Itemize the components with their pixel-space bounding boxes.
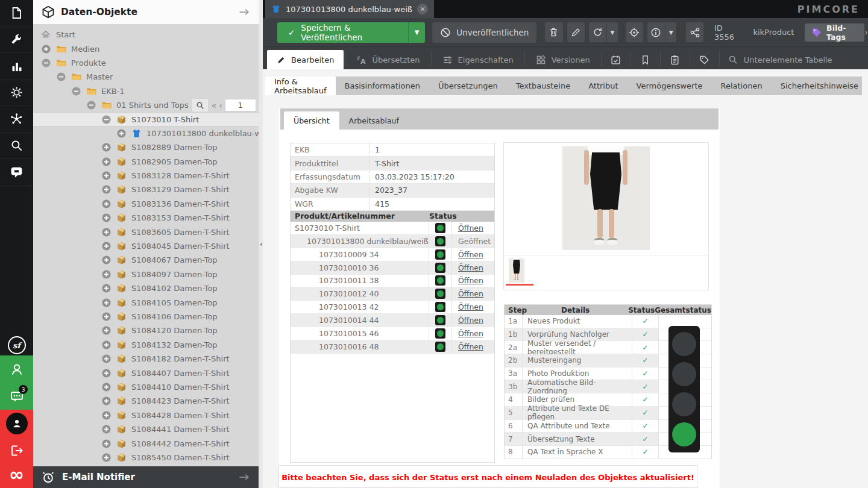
toolbar-overflow-chevron[interactable]: › [864,27,868,38]
content-tab[interactable]: Info & Arbeitsablauf [265,77,336,95]
expand-plus-icon[interactable] [101,382,112,392]
open-article-link[interactable]: Öffnen [458,224,483,233]
locate-in-tree-button[interactable] [626,22,643,42]
expand-plus-icon[interactable] [101,269,112,280]
sidebar-pimcore-bubble-button[interactable] [0,159,33,186]
expand-plus-icon[interactable] [101,213,112,223]
tree-item[interactable]: S1084102 Damen-Top [33,281,259,295]
open-article-link[interactable]: Öffnen [458,250,483,259]
expand-plus-icon[interactable] [101,255,112,265]
close-tab-icon[interactable]: ✕ [417,4,428,14]
expand-plus-icon[interactable] [101,354,112,364]
rename-button[interactable] [567,22,585,42]
expand-plus-icon[interactable] [101,325,112,336]
notes-button[interactable] [662,50,688,69]
tree-item[interactable]: 107301013800 dunkelblau-weiß [33,127,259,140]
tree-item[interactable]: S1084132 Damen-Top [33,338,259,352]
document-tab[interactable]: 107301013800 dunkelblau-weiß ✕ [265,0,434,18]
tree-item[interactable]: S1084428 Damen-T-Shirt [33,408,259,422]
open-article-link[interactable]: Öffnen [458,316,483,325]
subtab-uebersicht[interactable]: Übersicht [284,111,339,130]
tree-item[interactable]: S1084105 Damen-Top [33,295,259,309]
save-publish-button[interactable]: ✓ Speichern & Veröffentlichen [277,22,408,43]
pager-first-icon[interactable]: « [212,101,216,110]
save-options-dropdown[interactable]: ▼ [408,22,425,43]
collapse-minus-icon[interactable] [101,114,112,125]
image-tags-button[interactable]: Bild-Tags [805,23,864,42]
open-article-link[interactable]: Öffnen [458,276,483,285]
expand-plus-icon[interactable] [101,424,112,434]
expand-plus-icon[interactable] [101,227,112,237]
tree-item[interactable]: S1083153 Damen-T-Shirt [33,211,259,225]
messages-button[interactable]: 3 [0,383,33,410]
tree-item[interactable]: S1084097 Damen-Top [33,267,259,281]
sidebar-network-button[interactable] [0,106,33,133]
tab-eigenschaften[interactable]: Eigenschaften [433,50,523,69]
tree-item[interactable]: S1084106 Damen-Top [33,310,259,324]
product-photo-thumbnail[interactable] [509,258,524,283]
tab-bearbeiten[interactable]: Bearbeiten [267,50,344,69]
open-article-link[interactable]: Öffnen [458,329,483,338]
expand-plus-icon[interactable] [101,410,112,421]
tree-item[interactable]: EKB-1 [33,84,259,98]
account-button[interactable] [0,410,33,437]
tree-item[interactable]: S1082889 Damen-Top [33,140,259,154]
expand-plus-icon[interactable] [101,396,112,406]
expand-plus-icon[interactable] [101,170,112,181]
info-dropdown[interactable]: ▼ [665,22,676,42]
sidebar-gear-button[interactable] [0,80,33,106]
expand-plus-icon[interactable] [101,199,112,209]
subtab-arbeitsablauf[interactable]: Arbeitsablauf [339,111,409,130]
tags-button[interactable] [691,50,718,69]
content-tab[interactable]: Attribut [579,77,627,95]
share-button[interactable] [686,22,703,42]
tab-übersetzten[interactable]: x̄AÜbersetzten [347,50,429,69]
tree-item[interactable]: S1084423 Damen-T-Shirt [33,394,259,408]
collapse-minus-icon[interactable] [86,100,96,110]
open-article-link[interactable]: Öffnen [458,342,483,351]
content-tab[interactable]: Textbausteine [507,77,579,95]
tree-item[interactable]: Medien [33,42,259,55]
schedule-button[interactable] [603,50,629,69]
tree-item[interactable]: S1083129 Damen-T-Shirt [33,183,259,196]
expand-plus-icon[interactable] [101,452,112,463]
sidebar-file-button[interactable] [0,0,33,27]
content-tab[interactable]: Übersetzungen [429,77,507,95]
sidebar-search-button[interactable] [0,133,33,159]
expand-plus-icon[interactable] [101,283,112,293]
subelements-search[interactable]: Unterelemente Tabelle [721,50,840,69]
content-tab[interactable]: Sicherheitshinweise [772,77,867,95]
panel-expand-arrow-icon[interactable] [238,6,250,18]
tree-item[interactable]: S1084442 Damen-T-Shirt [33,436,259,450]
reload-dropdown[interactable]: ▼ [606,22,618,42]
tree-item[interactable]: S1083605 Damen-T-Shirt [33,225,259,239]
expand-plus-icon[interactable] [116,128,127,139]
content-tab[interactable]: Relationen [712,77,772,95]
collapse-minus-icon[interactable] [71,86,81,96]
unpublish-button[interactable]: Unveröffentlichen [432,22,536,43]
tree-page-input[interactable] [225,99,256,111]
sidebar-wrench-button[interactable] [0,27,33,53]
tree-item[interactable]: S1084441 Damen-T-Shirt [33,422,259,436]
open-article-link[interactable]: Öffnen [458,289,483,298]
tree-item[interactable]: Start [33,28,259,42]
tree-item[interactable]: S1084182 Damen-T-Shirt [33,352,259,366]
tree-item[interactable]: Master [33,70,259,84]
email-notifier-bar[interactable]: E-Mail Notifier [33,466,259,488]
tree-item[interactable]: S1084407 Damen-T-Shirt [33,366,259,380]
expand-plus-icon[interactable] [101,157,112,167]
tree-item[interactable]: S1083136 Damen-T-Shirt [33,197,259,211]
reload-button[interactable] [589,22,606,42]
expand-plus-icon[interactable] [101,298,112,308]
expand-plus-icon[interactable] [101,311,112,322]
bookmark-button[interactable] [632,50,659,69]
user-profile-button[interactable] [0,355,33,383]
email-notifier-arrow-icon[interactable] [238,471,250,483]
open-article-link[interactable]: Öffnen [458,302,483,311]
tree-item[interactable]: S1084045 Damen-T-Shirt [33,239,259,253]
tree-item[interactable]: S1084067 Damen-Top [33,253,259,267]
symfony-logo-button[interactable]: sf [0,335,33,355]
collapse-minus-icon[interactable] [56,72,66,82]
tree-item[interactable]: Produkte [33,56,259,70]
content-tab[interactable]: Vermögenswerte [627,77,712,95]
